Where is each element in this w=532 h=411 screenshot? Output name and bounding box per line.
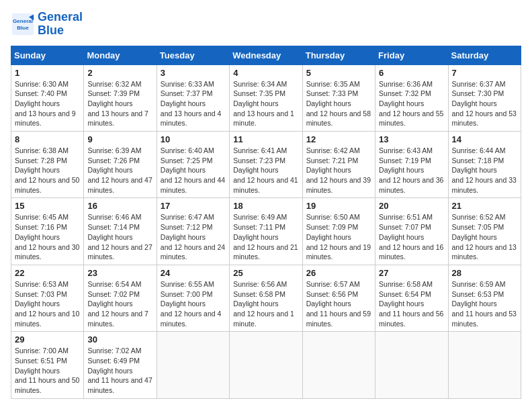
day-number: 25 xyxy=(233,268,298,278)
day-detail: Sunrise: 6:34 AMSunset: 7:35 PMDaylight … xyxy=(233,79,298,128)
day-detail: Sunrise: 6:30 AMSunset: 7:40 PMDaylight … xyxy=(15,79,80,128)
day-number: 24 xyxy=(161,268,226,278)
day-detail: Sunrise: 6:59 AMSunset: 6:53 PMDaylight … xyxy=(452,279,517,328)
day-number: 23 xyxy=(87,268,152,278)
week-row-3: 15 Sunrise: 6:45 AMSunset: 7:16 PMDaylig… xyxy=(11,198,521,265)
day-detail: Sunrise: 6:46 AMSunset: 7:14 PMDaylight … xyxy=(87,212,152,261)
day-detail: Sunrise: 6:58 AMSunset: 6:54 PMDaylight … xyxy=(379,279,444,328)
day-detail: Sunrise: 6:53 AMSunset: 7:03 PMDaylight … xyxy=(15,279,80,328)
calendar-cell: 1 Sunrise: 6:30 AMSunset: 7:40 PMDayligh… xyxy=(11,64,84,131)
day-detail: Sunrise: 6:55 AMSunset: 7:00 PMDaylight … xyxy=(161,279,226,328)
day-detail: Sunrise: 6:44 AMSunset: 7:18 PMDaylight … xyxy=(452,146,517,195)
calendar-cell: 4 Sunrise: 6:34 AMSunset: 7:35 PMDayligh… xyxy=(230,64,302,131)
svg-text:Blue: Blue xyxy=(17,25,29,31)
day-detail: Sunrise: 6:40 AMSunset: 7:25 PMDaylight … xyxy=(161,146,226,195)
day-number: 4 xyxy=(233,68,298,78)
day-detail: Sunrise: 6:45 AMSunset: 7:16 PMDaylight … xyxy=(15,212,80,261)
calendar-cell: 10 Sunrise: 6:40 AMSunset: 7:25 PMDaylig… xyxy=(157,132,229,198)
day-number: 3 xyxy=(161,68,226,78)
calendar-table: SundayMondayTuesdayWednesdayThursdayFrid… xyxy=(11,46,521,399)
calendar-cell: 15 Sunrise: 6:45 AMSunset: 7:16 PMDaylig… xyxy=(11,198,84,265)
calendar-cell: 30 Sunrise: 7:02 AMSunset: 6:49 PMDaylig… xyxy=(84,332,157,398)
day-detail: Sunrise: 6:38 AMSunset: 7:28 PMDaylight … xyxy=(15,146,80,195)
day-detail: Sunrise: 6:49 AMSunset: 7:11 PMDaylight … xyxy=(233,212,298,261)
calendar-cell: 8 Sunrise: 6:38 AMSunset: 7:28 PMDayligh… xyxy=(11,132,84,198)
day-number: 5 xyxy=(306,68,371,78)
day-number: 7 xyxy=(452,68,517,78)
week-row-2: 8 Sunrise: 6:38 AMSunset: 7:28 PMDayligh… xyxy=(11,132,521,198)
calendar-cell: 11 Sunrise: 6:41 AMSunset: 7:23 PMDaylig… xyxy=(230,132,302,198)
col-header-saturday: Saturday xyxy=(448,46,521,64)
calendar-cell: 26 Sunrise: 6:57 AMSunset: 6:56 PMDaylig… xyxy=(302,265,375,331)
calendar-cell: 13 Sunrise: 6:43 AMSunset: 7:19 PMDaylig… xyxy=(375,132,448,198)
day-number: 12 xyxy=(306,134,371,144)
col-header-tuesday: Tuesday xyxy=(157,46,229,64)
day-number: 15 xyxy=(15,201,80,211)
day-number: 20 xyxy=(379,201,444,211)
day-number: 14 xyxy=(452,134,517,144)
day-detail: Sunrise: 6:35 AMSunset: 7:33 PMDaylight … xyxy=(306,79,371,128)
day-number: 11 xyxy=(233,134,298,144)
logo: General Blue General Blue xyxy=(11,11,83,38)
day-detail: Sunrise: 6:52 AMSunset: 7:05 PMDaylight … xyxy=(452,212,517,261)
calendar-cell: 24 Sunrise: 6:55 AMSunset: 7:00 PMDaylig… xyxy=(157,265,229,331)
week-row-4: 22 Sunrise: 6:53 AMSunset: 7:03 PMDaylig… xyxy=(11,265,521,331)
calendar-cell: 20 Sunrise: 6:51 AMSunset: 7:07 PMDaylig… xyxy=(375,198,448,265)
week-row-1: 1 Sunrise: 6:30 AMSunset: 7:40 PMDayligh… xyxy=(11,64,521,131)
calendar-cell: 2 Sunrise: 6:32 AMSunset: 7:39 PMDayligh… xyxy=(84,64,157,131)
svg-text:General: General xyxy=(13,18,33,24)
day-detail: Sunrise: 6:32 AMSunset: 7:39 PMDaylight … xyxy=(87,79,152,128)
day-number: 9 xyxy=(87,134,152,144)
day-number: 2 xyxy=(87,68,152,78)
day-number: 28 xyxy=(452,268,517,278)
day-detail: Sunrise: 7:02 AMSunset: 6:49 PMDaylight … xyxy=(87,346,152,395)
calendar-cell: 9 Sunrise: 6:39 AMSunset: 7:26 PMDayligh… xyxy=(84,132,157,198)
calendar-body: 1 Sunrise: 6:30 AMSunset: 7:40 PMDayligh… xyxy=(11,64,521,398)
day-detail: Sunrise: 6:47 AMSunset: 7:12 PMDaylight … xyxy=(161,212,226,261)
calendar-cell: 29 Sunrise: 7:00 AMSunset: 6:51 PMDaylig… xyxy=(11,332,84,398)
calendar-cell xyxy=(375,332,448,398)
day-number: 26 xyxy=(306,268,371,278)
calendar-cell: 7 Sunrise: 6:37 AMSunset: 7:30 PMDayligh… xyxy=(448,64,521,131)
day-number: 27 xyxy=(379,268,444,278)
col-header-friday: Friday xyxy=(375,46,448,64)
calendar-cell: 3 Sunrise: 6:33 AMSunset: 7:37 PMDayligh… xyxy=(157,64,229,131)
col-header-monday: Monday xyxy=(84,46,157,64)
day-number: 18 xyxy=(233,201,298,211)
day-detail: Sunrise: 6:37 AMSunset: 7:30 PMDaylight … xyxy=(452,79,517,128)
day-number: 10 xyxy=(161,134,226,144)
calendar-cell: 22 Sunrise: 6:53 AMSunset: 7:03 PMDaylig… xyxy=(11,265,84,331)
calendar-cell: 27 Sunrise: 6:58 AMSunset: 6:54 PMDaylig… xyxy=(375,265,448,331)
day-number: 21 xyxy=(452,201,517,211)
day-detail: Sunrise: 6:50 AMSunset: 7:09 PMDaylight … xyxy=(306,212,371,261)
day-detail: Sunrise: 6:43 AMSunset: 7:19 PMDaylight … xyxy=(379,146,444,195)
day-number: 19 xyxy=(306,201,371,211)
day-detail: Sunrise: 6:41 AMSunset: 7:23 PMDaylight … xyxy=(233,146,298,195)
col-header-sunday: Sunday xyxy=(11,46,84,64)
calendar-cell: 21 Sunrise: 6:52 AMSunset: 7:05 PMDaylig… xyxy=(448,198,521,265)
day-detail: Sunrise: 7:00 AMSunset: 6:51 PMDaylight … xyxy=(15,346,80,395)
calendar-header: SundayMondayTuesdayWednesdayThursdayFrid… xyxy=(11,46,521,64)
calendar-cell xyxy=(230,332,302,398)
day-detail: Sunrise: 6:51 AMSunset: 7:07 PMDaylight … xyxy=(379,212,444,261)
col-header-thursday: Thursday xyxy=(302,46,375,64)
header-row: SundayMondayTuesdayWednesdayThursdayFrid… xyxy=(11,46,521,64)
day-number: 8 xyxy=(15,134,80,144)
logo-icon: General Blue xyxy=(11,12,35,36)
col-header-wednesday: Wednesday xyxy=(230,46,302,64)
day-number: 6 xyxy=(379,68,444,78)
week-row-5: 29 Sunrise: 7:00 AMSunset: 6:51 PMDaylig… xyxy=(11,332,521,398)
day-number: 13 xyxy=(379,134,444,144)
calendar-cell: 19 Sunrise: 6:50 AMSunset: 7:09 PMDaylig… xyxy=(302,198,375,265)
day-number: 1 xyxy=(15,68,80,78)
calendar-cell xyxy=(302,332,375,398)
calendar-cell: 16 Sunrise: 6:46 AMSunset: 7:14 PMDaylig… xyxy=(84,198,157,265)
day-number: 16 xyxy=(87,201,152,211)
day-detail: Sunrise: 6:56 AMSunset: 6:58 PMDaylight … xyxy=(233,279,298,328)
day-detail: Sunrise: 6:54 AMSunset: 7:02 PMDaylight … xyxy=(87,279,152,328)
calendar-cell: 28 Sunrise: 6:59 AMSunset: 6:53 PMDaylig… xyxy=(448,265,521,331)
calendar-cell: 23 Sunrise: 6:54 AMSunset: 7:02 PMDaylig… xyxy=(84,265,157,331)
calendar-cell: 25 Sunrise: 6:56 AMSunset: 6:58 PMDaylig… xyxy=(230,265,302,331)
calendar-cell: 6 Sunrise: 6:36 AMSunset: 7:32 PMDayligh… xyxy=(375,64,448,131)
calendar-cell xyxy=(157,332,229,398)
